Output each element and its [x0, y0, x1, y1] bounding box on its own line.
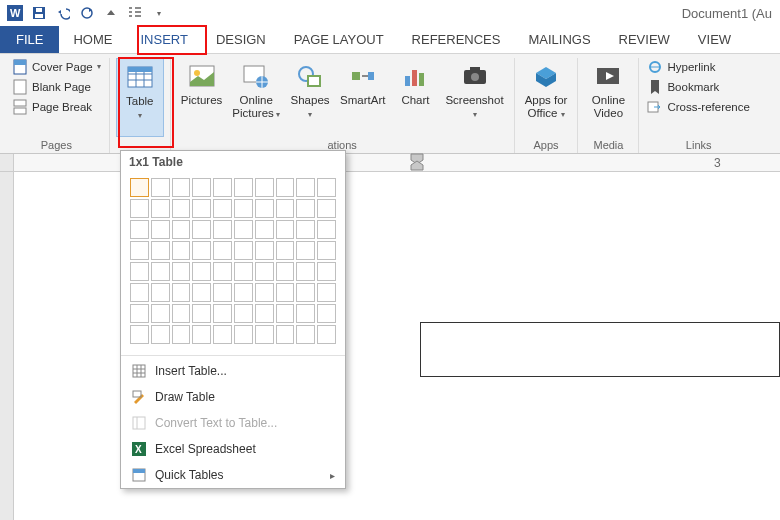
table-grid-cell[interactable] — [317, 178, 336, 197]
table-grid-cell[interactable] — [192, 304, 211, 323]
table-grid-cell[interactable] — [276, 220, 295, 239]
table-grid-cell[interactable] — [213, 241, 232, 260]
table-grid-cell[interactable] — [317, 325, 336, 344]
table-grid-cell[interactable] — [234, 178, 253, 197]
tab-insert[interactable]: INSERT — [126, 26, 201, 53]
table-grid-cell[interactable] — [317, 220, 336, 239]
table-grid-cell[interactable] — [213, 199, 232, 218]
table-grid-cell[interactable] — [130, 199, 149, 218]
table-size-grid[interactable] — [121, 173, 345, 353]
table-grid-cell[interactable] — [192, 325, 211, 344]
table-grid-cell[interactable] — [151, 199, 170, 218]
table-grid-cell[interactable] — [213, 262, 232, 281]
table-grid-cell[interactable] — [276, 325, 295, 344]
table-grid-cell[interactable] — [151, 241, 170, 260]
table-grid-cell[interactable] — [172, 262, 191, 281]
cross-reference-button[interactable]: Cross-reference — [645, 98, 751, 116]
table-grid-cell[interactable] — [130, 262, 149, 281]
table-grid-cell[interactable] — [234, 199, 253, 218]
online-video-button[interactable]: OnlineVideo — [584, 58, 632, 137]
table-grid-cell[interactable] — [213, 220, 232, 239]
table-grid-cell[interactable] — [276, 283, 295, 302]
table-grid-cell[interactable] — [192, 220, 211, 239]
table-grid-cell[interactable] — [213, 304, 232, 323]
table-grid-cell[interactable] — [317, 262, 336, 281]
tab-file[interactable]: FILE — [0, 26, 59, 53]
table-button[interactable]: Table▾ — [116, 58, 164, 137]
table-grid-cell[interactable] — [255, 283, 274, 302]
table-grid-cell[interactable] — [317, 199, 336, 218]
table-grid-cell[interactable] — [296, 220, 315, 239]
spacing-icon[interactable] — [124, 2, 146, 24]
table-grid-cell[interactable] — [213, 178, 232, 197]
horizontal-ruler[interactable]: 1 3 — [0, 154, 780, 172]
table-grid-cell[interactable] — [255, 199, 274, 218]
table-grid-cell[interactable] — [255, 241, 274, 260]
table-grid-cell[interactable] — [151, 325, 170, 344]
tab-design[interactable]: DESIGN — [202, 26, 280, 53]
page-break-button[interactable]: Page Break — [10, 98, 103, 116]
table-grid-cell[interactable] — [213, 325, 232, 344]
redo-icon[interactable] — [76, 2, 98, 24]
table-grid-cell[interactable] — [172, 199, 191, 218]
table-grid-cell[interactable] — [234, 220, 253, 239]
smartart-button[interactable]: SmartArt — [336, 58, 389, 137]
cover-page-button[interactable]: Cover Page▾ — [10, 58, 103, 76]
table-grid-cell[interactable] — [130, 325, 149, 344]
table-grid-cell[interactable] — [172, 325, 191, 344]
table-grid-cell[interactable] — [192, 241, 211, 260]
qat-dropdown-icon[interactable]: ▾ — [148, 2, 170, 24]
table-grid-cell[interactable] — [276, 262, 295, 281]
table-grid-cell[interactable] — [130, 220, 149, 239]
blank-page-button[interactable]: Blank Page — [10, 78, 103, 96]
apps-for-office-button[interactable]: Apps forOffice ▾ — [521, 58, 572, 137]
table-grid-cell[interactable] — [296, 304, 315, 323]
table-grid-cell[interactable] — [151, 178, 170, 197]
table-grid-cell[interactable] — [192, 283, 211, 302]
tab-home[interactable]: HOME — [59, 26, 126, 53]
table-grid-cell[interactable] — [276, 199, 295, 218]
table-grid-cell[interactable] — [296, 325, 315, 344]
word-app-icon[interactable]: W — [4, 2, 26, 24]
table-grid-cell[interactable] — [130, 304, 149, 323]
table-grid-cell[interactable] — [192, 178, 211, 197]
tab-references[interactable]: REFERENCES — [398, 26, 515, 53]
table-grid-cell[interactable] — [151, 304, 170, 323]
qat-customize-icon[interactable] — [100, 2, 122, 24]
online-pictures-button[interactable]: OnlinePictures ▾ — [228, 58, 284, 137]
table-grid-cell[interactable] — [276, 178, 295, 197]
table-grid-cell[interactable] — [234, 304, 253, 323]
table-grid-cell[interactable] — [172, 283, 191, 302]
table-grid-cell[interactable] — [276, 304, 295, 323]
table-grid-cell[interactable] — [234, 262, 253, 281]
tab-view[interactable]: VIEW — [684, 26, 745, 53]
table-grid-cell[interactable] — [255, 304, 274, 323]
table-grid-cell[interactable] — [255, 178, 274, 197]
draw-table-menu-item[interactable]: Draw Table — [121, 384, 345, 410]
inserted-shape[interactable] — [420, 322, 780, 377]
table-grid-cell[interactable] — [172, 304, 191, 323]
save-icon[interactable] — [28, 2, 50, 24]
table-grid-cell[interactable] — [296, 241, 315, 260]
screenshot-button[interactable]: Screenshot▾ — [441, 58, 507, 137]
table-grid-cell[interactable] — [192, 199, 211, 218]
table-grid-cell[interactable] — [234, 325, 253, 344]
pictures-button[interactable]: Pictures — [177, 58, 227, 137]
table-grid-cell[interactable] — [172, 220, 191, 239]
table-grid-cell[interactable] — [255, 262, 274, 281]
table-grid-cell[interactable] — [296, 283, 315, 302]
table-grid-cell[interactable] — [234, 241, 253, 260]
vertical-ruler[interactable] — [0, 172, 14, 520]
table-grid-cell[interactable] — [151, 220, 170, 239]
table-grid-cell[interactable] — [317, 304, 336, 323]
tab-page-layout[interactable]: PAGE LAYOUT — [280, 26, 398, 53]
excel-spreadsheet-menu-item[interactable]: XExcel Spreadsheet — [121, 436, 345, 462]
table-grid-cell[interactable] — [255, 325, 274, 344]
table-grid-cell[interactable] — [151, 262, 170, 281]
table-grid-cell[interactable] — [296, 199, 315, 218]
table-grid-cell[interactable] — [255, 220, 274, 239]
table-grid-cell[interactable] — [276, 241, 295, 260]
table-grid-cell[interactable] — [172, 178, 191, 197]
hyperlink-button[interactable]: Hyperlink — [645, 58, 751, 76]
undo-icon[interactable] — [52, 2, 74, 24]
